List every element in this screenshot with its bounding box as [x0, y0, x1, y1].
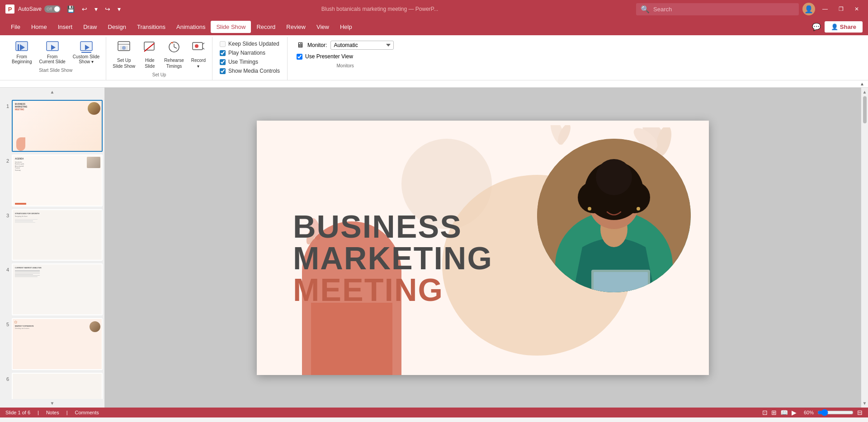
- play-narrations-item[interactable]: Play Narrations: [220, 50, 280, 56]
- record-label-2: ▾: [197, 64, 199, 69]
- from-current-label-1: From: [47, 54, 57, 59]
- thumb3-subtitle: Navigating the future: [15, 216, 99, 217]
- close-button[interactable]: ✕: [851, 4, 863, 14]
- status-divider-1: |: [38, 410, 39, 415]
- view-normal-icon[interactable]: ⊡: [762, 409, 768, 416]
- from-beginning-button[interactable]: From Beginning: [9, 39, 34, 66]
- custom-show-label-2: Show ▾: [79, 59, 94, 64]
- zoom-slider[interactable]: [817, 409, 854, 416]
- menu-file[interactable]: File: [5, 21, 26, 33]
- menu-view[interactable]: View: [311, 21, 335, 33]
- main-area: ▲ 1 BUSINESSMARKETINGMEETING: [0, 88, 868, 408]
- slide-canvas[interactable]: BUSINESS MARKETING MEETING: [257, 121, 709, 375]
- thumb4-line-4: [15, 274, 33, 275]
- menu-review[interactable]: Review: [281, 21, 311, 33]
- search-input[interactable]: [653, 6, 794, 13]
- right-scroll-up[interactable]: ▲: [861, 88, 868, 96]
- menu-insert[interactable]: Insert: [52, 21, 78, 33]
- slide-thumb-inner-1: BUSINESSMARKETINGMEETING: [13, 101, 102, 151]
- search-bar[interactable]: 🔍: [636, 3, 799, 15]
- slide-thumbnail-4[interactable]: 4 CURRENT MARKET ANALYSIS: [2, 263, 103, 315]
- slide-thumb-4[interactable]: CURRENT MARKET ANALYSIS: [12, 263, 103, 315]
- hide-slide-button[interactable]: Hide Slide: [140, 39, 160, 70]
- slide-thumbnail-3[interactable]: 3 STRATEGIES FOR GROWTH Navigating the f…: [2, 209, 103, 261]
- from-current-slide-button[interactable]: From Current Slide: [36, 39, 68, 66]
- svg-marker-22: [171, 42, 173, 43]
- share-button[interactable]: 👤 Share: [825, 21, 863, 33]
- autosave-toggle[interactable]: Off: [44, 5, 61, 13]
- slide-thumb-5[interactable]: ✿ MARKET EXPANSION Unlocking new horizon…: [12, 318, 103, 370]
- presenter-view-label: Use Presenter View: [305, 53, 353, 60]
- scroll-down-arrow[interactable]: ▼: [0, 399, 104, 408]
- play-narrations-checkbox[interactable]: [220, 50, 226, 56]
- record-button[interactable]: Record ▾: [189, 39, 208, 70]
- thumb4-line-5: [15, 275, 40, 276]
- monitor-select[interactable]: Automatic: [330, 41, 394, 50]
- thumb1-blob: [16, 137, 25, 151]
- presenter-view-checkbox[interactable]: [297, 54, 302, 60]
- thumb3-line-3: [15, 222, 35, 223]
- save-button[interactable]: 💾: [64, 5, 77, 14]
- monitors-group-label: Monitors: [337, 63, 354, 69]
- zoom-fit-icon[interactable]: ⊟: [857, 409, 863, 416]
- setup-label-2: Slide Show: [113, 64, 135, 69]
- status-divider-2: |: [66, 410, 68, 415]
- minimize-button[interactable]: —: [819, 4, 831, 14]
- slide-thumb-6[interactable]: [12, 373, 103, 399]
- rehearse-icon: [167, 41, 181, 57]
- comments-label[interactable]: Comments: [75, 410, 99, 415]
- slide-title-meeting: MEETING: [293, 274, 493, 306]
- menu-transitions[interactable]: Transitions: [132, 21, 171, 33]
- slide-number-6: 6: [2, 376, 9, 382]
- menu-help[interactable]: Help: [335, 21, 358, 33]
- slide-thumbnail-2[interactable]: 2 AGENDA IntroductionBusiness goalsArea …: [2, 155, 103, 206]
- svg-rect-48: [594, 272, 648, 292]
- hide-label-1: Hide: [145, 58, 155, 63]
- show-media-controls-label: Show Media Controls: [228, 68, 280, 74]
- svg-point-24: [195, 44, 198, 48]
- slide-thumb-2[interactable]: AGENDA IntroductionBusiness goalsArea of…: [12, 155, 103, 206]
- right-scroll-thumb[interactable]: [863, 96, 867, 123]
- use-timings-checkbox[interactable]: [220, 59, 226, 65]
- use-timings-item[interactable]: Use Timings: [220, 59, 280, 65]
- ribbon-collapse-button[interactable]: ▲: [860, 81, 864, 86]
- view-presenter-icon[interactable]: ▶: [792, 409, 797, 416]
- menu-draw[interactable]: Draw: [78, 21, 102, 33]
- keep-slides-checkbox[interactable]: [220, 41, 226, 47]
- canvas-area: BUSINESS MARKETING MEETING: [105, 88, 861, 408]
- view-reading-icon[interactable]: 📖: [780, 409, 788, 416]
- comment-icon[interactable]: 💬: [812, 23, 821, 31]
- redo-button[interactable]: ↪: [102, 5, 113, 14]
- slide-thumbnail-5[interactable]: 5 ✿ MARKET EXPANSION Unlocking new horiz…: [2, 318, 103, 370]
- svg-point-46: [637, 207, 640, 211]
- presenter-view-item[interactable]: Use Presenter View: [297, 53, 353, 60]
- right-scroll-down[interactable]: ▼: [861, 399, 868, 408]
- profile-avatar[interactable]: 👤: [802, 3, 815, 15]
- custom-slide-show-button[interactable]: Custom Slide Show ▾: [70, 39, 102, 66]
- show-media-controls-checkbox[interactable]: [220, 68, 226, 74]
- keep-slides-updated-item[interactable]: Keep Slides Updated: [220, 41, 280, 47]
- view-slide-sorter-icon[interactable]: ⊞: [771, 409, 777, 416]
- undo-button[interactable]: ↩: [79, 5, 90, 14]
- menu-home[interactable]: Home: [26, 21, 52, 33]
- notes-label[interactable]: Notes: [46, 410, 59, 415]
- menu-slideshow[interactable]: Slide Show: [211, 21, 251, 33]
- slide-thumb-1[interactable]: BUSINESSMARKETINGMEETING: [12, 100, 103, 152]
- slide-info: Slide 1 of 6: [5, 410, 30, 415]
- slide-thumbnail-6[interactable]: 6: [2, 373, 103, 399]
- scroll-up-arrow[interactable]: ▲: [0, 88, 104, 96]
- menu-animations[interactable]: Animations: [171, 21, 211, 33]
- record-icon: [192, 41, 205, 57]
- rehearse-timings-button[interactable]: Rehearse Timings: [161, 39, 186, 70]
- setup-slideshow-button[interactable]: Set Up Slide Show: [110, 39, 138, 70]
- undo-dropdown[interactable]: ▾: [92, 5, 100, 14]
- slide-thumb-3[interactable]: STRATEGIES FOR GROWTH Navigating the fut…: [12, 209, 103, 261]
- restore-button[interactable]: ❐: [835, 4, 847, 14]
- slide-thumbnail-1[interactable]: 1 BUSINESSMARKETINGMEETING: [2, 100, 103, 152]
- ribbon: From Beginning From Current Slide: [0, 35, 868, 88]
- quick-access-dropdown[interactable]: ▾: [115, 5, 123, 14]
- show-media-controls-item[interactable]: Show Media Controls: [220, 68, 280, 74]
- svg-text:P: P: [8, 6, 12, 13]
- menu-design[interactable]: Design: [103, 21, 132, 33]
- menu-record[interactable]: Record: [251, 21, 281, 33]
